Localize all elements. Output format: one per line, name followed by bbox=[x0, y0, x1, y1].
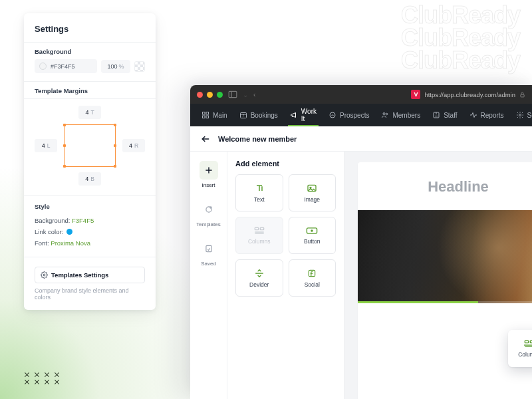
insert-icon bbox=[200, 161, 218, 180]
style-link-row: Link color: bbox=[35, 226, 145, 237]
margin-top-field[interactable]: 4T bbox=[78, 106, 101, 119]
columns-icon bbox=[254, 227, 265, 235]
rail-templates[interactable]: Templates bbox=[196, 200, 220, 227]
pulse-icon bbox=[469, 111, 477, 119]
tile-text[interactable]: Text bbox=[235, 174, 283, 211]
browser-window: ⌄ ‹ V https://app.clubready.com/admin Ma… bbox=[190, 85, 532, 399]
svg-rect-4 bbox=[203, 112, 205, 115]
nav-work-it[interactable]: Work It bbox=[284, 104, 323, 126]
social-icon bbox=[307, 269, 317, 278]
grid-icon bbox=[201, 111, 209, 119]
users-icon bbox=[381, 111, 389, 119]
calendar-icon: 7 bbox=[239, 111, 247, 119]
margins-label: Template Margins bbox=[24, 81, 156, 98]
svg-rect-30 bbox=[260, 227, 263, 229]
add-element-panel: Add element TextImageColumnsButtonDevide… bbox=[227, 152, 344, 399]
decorative-crosses bbox=[24, 371, 60, 384]
nav-bookings[interactable]: 7Bookings bbox=[233, 104, 284, 126]
rail-saved[interactable]: Saved bbox=[200, 239, 218, 267]
primary-nav: Main7BookingsWork ItProspectsMembersStaf… bbox=[190, 104, 532, 126]
tile-columns: Columns bbox=[235, 217, 283, 254]
svg-rect-7 bbox=[206, 116, 209, 118]
margin-bottom-field[interactable]: 4B bbox=[78, 172, 101, 186]
style-label: Style bbox=[35, 201, 145, 212]
nav-prospects[interactable]: Prospects bbox=[323, 104, 375, 126]
settings-panel: Settings Background #F3F4F5 100 % Templa… bbox=[24, 13, 156, 310]
background-color-value: #F3F4F5 bbox=[51, 63, 75, 70]
margins-editor: 4T 4B 4L 4R bbox=[35, 106, 145, 186]
svg-rect-23 bbox=[205, 245, 211, 251]
svg-point-17 bbox=[519, 114, 521, 116]
id-icon bbox=[432, 111, 440, 119]
brand-watermark: ClubReady ClubReady ClubReady bbox=[401, 0, 532, 72]
megaphone-icon bbox=[290, 111, 298, 119]
tile-social[interactable]: Social bbox=[289, 259, 336, 297]
hero-image[interactable] bbox=[358, 210, 532, 303]
margin-left-field[interactable]: 4L bbox=[35, 139, 57, 152]
nav-members[interactable]: Members bbox=[375, 104, 426, 126]
style-background-row: Background: F3F4F5 bbox=[35, 215, 145, 226]
add-element-title: Add element bbox=[235, 160, 336, 168]
nav-reports[interactable]: Reports bbox=[464, 104, 510, 126]
background-opacity-field[interactable]: 100 % bbox=[101, 60, 130, 73]
svg-text:7: 7 bbox=[242, 114, 244, 118]
nav-staff[interactable]: Staff bbox=[426, 104, 463, 126]
svg-point-0 bbox=[43, 275, 45, 277]
arrow-left-icon bbox=[201, 134, 210, 144]
tile-devider[interactable]: Devider bbox=[235, 259, 283, 297]
back-button[interactable] bbox=[200, 133, 211, 145]
settings-title: Settings bbox=[24, 24, 156, 42]
target-icon bbox=[329, 111, 336, 119]
columns-drag-popover[interactable]: Columns ✊ bbox=[508, 330, 532, 367]
browser-badge-icon: V bbox=[411, 90, 420, 99]
swatch-icon bbox=[39, 63, 47, 70]
image-icon bbox=[307, 184, 317, 193]
back-nav-icon[interactable]: ‹ bbox=[253, 91, 255, 98]
svg-point-34 bbox=[311, 229, 313, 231]
rail-insert[interactable]: Insert bbox=[200, 161, 218, 188]
margin-preview-box bbox=[64, 124, 116, 167]
svg-rect-38 bbox=[525, 340, 528, 342]
page-subheader: Welcome new member bbox=[190, 126, 532, 152]
svg-rect-1 bbox=[229, 91, 237, 97]
margin-right-field[interactable]: 4R bbox=[122, 139, 145, 152]
gear-icon bbox=[516, 111, 524, 119]
minimize-icon[interactable] bbox=[207, 92, 213, 98]
sidebar-toggle-icon[interactable] bbox=[228, 90, 237, 98]
svg-rect-3 bbox=[521, 94, 524, 97]
editor-rail: InsertTemplatesSaved bbox=[190, 152, 227, 399]
tile-image[interactable]: Image bbox=[289, 174, 336, 211]
devider-icon bbox=[254, 269, 265, 278]
columns-icon bbox=[524, 340, 532, 348]
maximize-icon[interactable] bbox=[217, 92, 223, 98]
button-icon bbox=[306, 227, 318, 235]
text-icon bbox=[254, 184, 265, 193]
progress-bar bbox=[358, 301, 532, 303]
templates-settings-button[interactable]: Templates Settings bbox=[35, 267, 145, 283]
document-preview: Headline bbox=[358, 162, 532, 399]
traffic-lights[interactable] bbox=[197, 92, 223, 98]
editor-canvas[interactable]: Headline Columns ✊ bbox=[344, 152, 532, 399]
svg-point-21 bbox=[205, 207, 211, 212]
window-titlebar: ⌄ ‹ V https://app.clubready.com/admin bbox=[190, 85, 532, 104]
tile-button[interactable]: Button bbox=[289, 217, 336, 254]
page-title: Welcome new member bbox=[218, 135, 297, 143]
transparency-icon[interactable] bbox=[134, 61, 145, 72]
chevron-down-icon[interactable]: ⌄ bbox=[243, 91, 248, 98]
saved-icon bbox=[200, 239, 218, 258]
address-bar[interactable]: V https://app.clubready.com/admin bbox=[411, 90, 525, 99]
headline-text[interactable]: Headline bbox=[358, 178, 532, 196]
close-icon[interactable] bbox=[197, 92, 203, 98]
svg-rect-29 bbox=[255, 227, 258, 229]
background-color-field[interactable]: #F3F4F5 bbox=[35, 59, 97, 73]
address-url: https://app.clubready.com/admin bbox=[424, 91, 515, 98]
svg-rect-5 bbox=[206, 112, 209, 115]
svg-point-13 bbox=[386, 113, 388, 115]
svg-rect-6 bbox=[203, 116, 205, 118]
nav-main[interactable]: Main bbox=[196, 104, 233, 126]
background-label: Background bbox=[24, 42, 156, 59]
nav-setup[interactable]: Setup bbox=[510, 104, 532, 126]
link-color-dot-icon[interactable] bbox=[66, 229, 72, 235]
gear-icon bbox=[41, 271, 48, 279]
templates-icon bbox=[200, 200, 218, 219]
